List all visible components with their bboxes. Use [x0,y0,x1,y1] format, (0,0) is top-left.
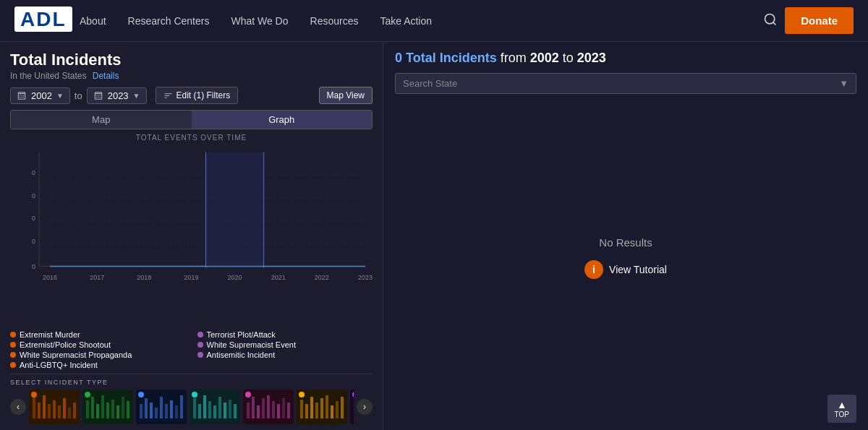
legend-label-antisemitic: Antisemitic Incident [207,351,276,359]
svg-rect-60 [234,404,237,418]
results-header: 0 Total Incidents from 2002 to 2023 [395,51,856,66]
legend-label-ws-propaganda: White Supremacist Propaganda [20,351,132,359]
svg-rect-44 [145,398,148,418]
donate-button[interactable]: Donate [785,7,854,34]
svg-rect-64 [262,398,265,418]
svg-text:0: 0 [32,169,35,176]
svg-rect-54 [203,395,206,418]
svg-rect-63 [257,405,260,418]
nav-research-centers[interactable]: Research Centers [128,15,210,27]
incident-type-row: ‹ [10,390,373,424]
svg-text:2017: 2017 [90,274,104,281]
date-to-arrow: ▼ [133,92,140,100]
nav-take-action[interactable]: Take Action [380,15,432,27]
search-state-dropdown[interactable]: Search State ▼ [395,73,856,94]
map-toggle-button[interactable]: Map [11,111,192,129]
filter-label: Edit (1) Filters [176,90,231,100]
incident-card-1[interactable] [82,390,133,424]
main-nav: About Research Centers What We Do Resour… [80,15,763,27]
svg-rect-66 [272,401,275,418]
main-content: Total Incidents In the United States Det… [0,42,868,430]
svg-rect-67 [277,404,280,418]
graph-toggle-button[interactable]: Graph [192,111,373,129]
svg-rect-37 [101,395,104,418]
svg-rect-29 [53,400,56,418]
incident-card-3[interactable] [190,390,240,424]
svg-text:0: 0 [32,262,35,270]
svg-text:2022: 2022 [315,274,329,281]
date-to-picker[interactable]: 2023 ▼ [87,87,147,104]
left-panel: Total Incidents In the United States Det… [0,42,383,430]
svg-rect-43 [140,404,142,418]
svg-text:0: 0 [32,192,35,199]
legend-label-ws-event: White Supremacist Event [207,340,297,349]
svg-rect-30 [58,405,61,418]
svg-line-1 [773,22,776,25]
svg-rect-51 [180,395,183,418]
nav-what-we-do[interactable]: What We Do [231,15,288,27]
to-separator: to [75,90,82,101]
incident-cards [29,390,354,424]
nav-resources[interactable]: Resources [310,15,359,27]
incident-card-dot-3 [192,392,197,397]
svg-rect-31 [63,398,66,418]
legend-dot-ws-propaganda [10,352,16,358]
incident-next-button[interactable]: › [357,399,373,415]
svg-rect-22 [206,152,264,268]
date-from-value: 2002 [31,90,52,101]
top-button[interactable]: ▲ TOP [827,395,856,423]
no-results-text: No Results [599,236,652,249]
legend-item-antisemitic: Antisemitic Incident [197,351,373,359]
svg-rect-72 [310,397,313,418]
svg-rect-62 [252,397,255,418]
svg-text:0: 0 [32,215,35,222]
results-to-label: to [563,51,577,65]
svg-rect-47 [160,397,163,418]
results-from-label: from [501,51,530,65]
svg-rect-39 [111,400,114,418]
legend-dot-police-shootout [10,342,16,348]
details-link[interactable]: Details [93,71,119,81]
date-from-picker[interactable]: 2002 ▼ [10,87,70,104]
svg-rect-59 [229,400,231,418]
legend-label-terrorist-plot: Terrorist Plot/Attack [207,330,276,339]
svg-rect-65 [267,395,270,418]
svg-rect-74 [320,398,323,418]
svg-rect-34 [86,400,89,418]
nav-about[interactable]: About [80,15,106,27]
legend-dot-ws-event [197,342,203,348]
svg-rect-61 [247,403,250,418]
search-state-placeholder: Search State [403,78,457,89]
map-view-button[interactable]: Map View [319,87,373,104]
svg-rect-46 [155,408,158,418]
svg-rect-38 [106,403,109,418]
svg-text:0: 0 [32,238,35,245]
legend-item-terrorist-plot: Terrorist Plot/Attack [197,330,373,339]
incident-card-5[interactable] [297,390,347,424]
logo: ADL [14,8,58,34]
edit-filters-button[interactable]: Edit (1) Filters [156,87,239,104]
page-title: Total Incidents [10,51,373,69]
chart-title: TOTAL EVENTS OVER TIME [10,134,373,142]
incident-card-4[interactable] [243,390,294,424]
svg-rect-53 [198,404,201,418]
results-count: 0 [395,51,402,65]
svg-rect-33 [73,403,76,418]
svg-rect-73 [315,403,318,418]
svg-rect-75 [326,395,328,418]
incident-prev-button[interactable]: ‹ [10,399,26,415]
view-toggle: Map Graph [10,110,373,129]
legend-dot-anti-lgbtq [10,362,16,368]
incident-card-2[interactable] [136,390,187,424]
results-year-from: 2002 [530,51,559,65]
filter-row: 2002 ▼ to 2023 ▼ Edit (1) Filters Map Vi… [10,87,373,104]
svg-rect-45 [150,403,153,418]
search-icon[interactable] [763,12,778,30]
view-tutorial-button[interactable]: i View Tutorial [584,260,667,279]
svg-text:2020: 2020 [228,274,242,281]
incident-card-6[interactable] [350,390,354,424]
incident-card-dot-5 [299,392,305,397]
svg-text:2021: 2021 [271,274,286,281]
svg-rect-56 [213,405,216,418]
incident-card-0[interactable] [29,390,80,424]
